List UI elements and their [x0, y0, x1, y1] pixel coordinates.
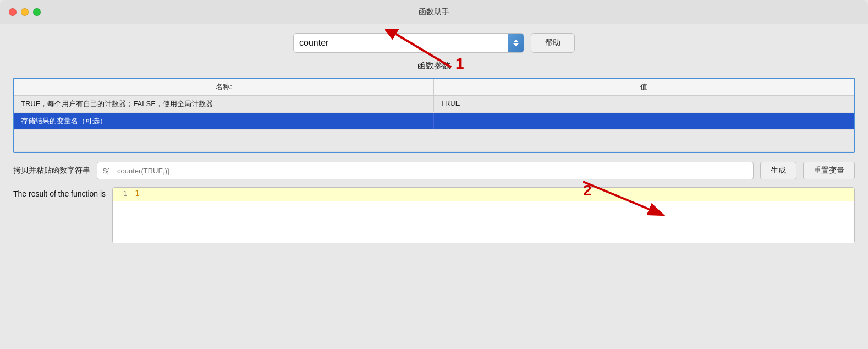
- table-row[interactable]: TRUE，每个用户有自己的计数器；FALSE，使用全局计数器 TRUE: [14, 96, 854, 113]
- close-button[interactable]: [9, 8, 17, 16]
- col-value-header: 值: [434, 79, 854, 95]
- line-number-1: 1: [113, 189, 133, 198]
- param-value-field-1[interactable]: [441, 116, 847, 124]
- window-title: 函数助手: [419, 7, 449, 17]
- search-wrapper: [293, 33, 524, 53]
- table-header: 名称: 值: [14, 79, 854, 96]
- top-row: 帮助: [13, 33, 855, 53]
- line-content-1: 1: [133, 189, 139, 198]
- params-table: 名称: 值 TRUE，每个用户有自己的计数器；FALSE，使用全局计数器 TRU…: [13, 78, 855, 153]
- maximize-button[interactable]: [33, 8, 41, 16]
- param-name-0: TRUE，每个用户有自己的计数器；FALSE，使用全局计数器: [14, 96, 434, 112]
- help-button[interactable]: 帮助: [531, 33, 575, 53]
- title-bar: 函数助手: [0, 0, 868, 24]
- arrow-down-icon: [513, 43, 519, 46]
- arrow-up-icon: [513, 40, 519, 42]
- col-name-header: 名称:: [14, 79, 434, 95]
- result-label: The result of the function is: [13, 189, 106, 198]
- main-content: 帮助 函数参数 名称: 值 TRUE，每个用户有自己的计数器；FALSE，使用全…: [0, 24, 868, 252]
- spinner-button[interactable]: [508, 33, 524, 53]
- traffic-lights: [9, 8, 41, 16]
- copy-paste-label: 拷贝并粘贴函数字符串: [13, 166, 90, 176]
- copy-paste-input[interactable]: [97, 162, 754, 179]
- param-value-0: TRUE: [434, 96, 854, 112]
- minimize-button[interactable]: [21, 8, 29, 16]
- function-search-input[interactable]: [294, 38, 508, 48]
- result-box: 1 1: [112, 187, 855, 243]
- func-params-label: 函数参数: [417, 61, 451, 71]
- result-line-1: 1 1: [113, 188, 854, 201]
- param-name-1: 存储结果的变量名（可选）: [14, 113, 434, 129]
- reset-button[interactable]: 重置变量: [803, 162, 855, 179]
- table-row-selected[interactable]: 存储结果的变量名（可选）: [14, 113, 854, 130]
- copy-paste-row: 拷贝并粘贴函数字符串 生成 重置变量: [13, 162, 855, 179]
- result-area: The result of the function is 1 1: [13, 187, 855, 243]
- result-empty-area: [113, 201, 854, 243]
- generate-button[interactable]: 生成: [760, 162, 796, 179]
- table-row-empty: [14, 130, 854, 152]
- param-value-input-1[interactable]: [434, 113, 854, 129]
